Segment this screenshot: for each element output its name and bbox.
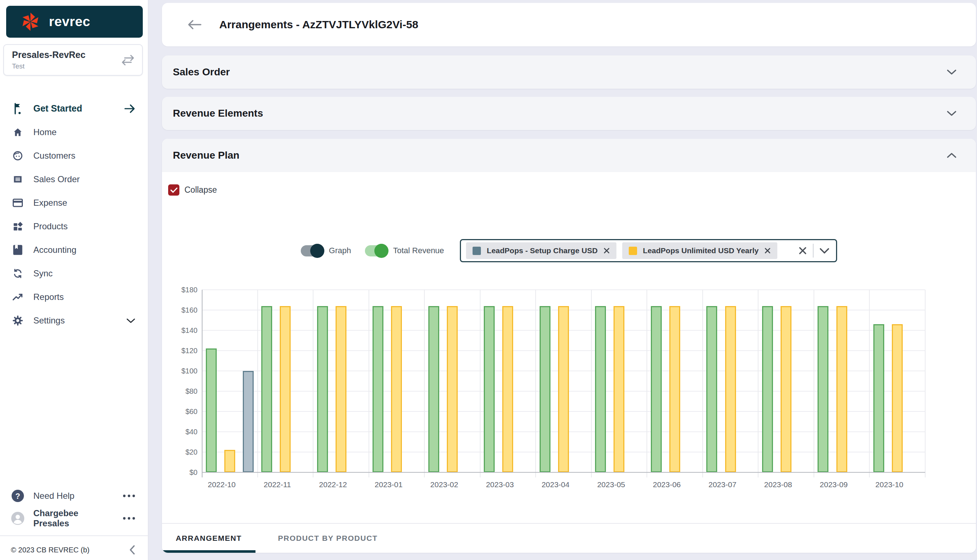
flag-icon <box>11 103 25 115</box>
graph-toggle[interactable] <box>301 245 323 257</box>
bar[interactable] <box>539 306 551 472</box>
bar-slot <box>276 290 295 472</box>
sidebar-item-label: Expense <box>33 198 67 208</box>
bar[interactable] <box>206 348 217 472</box>
bar[interactable] <box>336 306 346 472</box>
sidebar: revrec Presales-RevRec Test Get Started <box>0 0 149 560</box>
bar-slot <box>424 290 443 472</box>
brand-logo[interactable]: revrec <box>6 6 143 38</box>
bar[interactable] <box>317 306 328 472</box>
back-arrow-icon[interactable] <box>187 19 202 30</box>
bar[interactable] <box>447 306 458 472</box>
sidebar-item-home[interactable]: Home <box>0 120 148 144</box>
bar[interactable] <box>873 324 884 472</box>
tab-product-by-product[interactable]: PRODUCT BY PRODUCT <box>256 524 400 553</box>
bar-group <box>869 290 925 472</box>
sidebar-item-accounting[interactable]: Accounting <box>0 238 148 262</box>
bar-slot <box>220 290 239 472</box>
bar-slot <box>499 290 517 472</box>
bar-slot <box>332 290 350 472</box>
bar[interactable] <box>837 306 847 472</box>
bar-slot <box>313 290 332 472</box>
x-tick-label: 2023-01 <box>361 472 417 493</box>
bottom-tabs: ARRANGEMENT PRODUCT BY PRODUCT <box>162 523 976 553</box>
sidebar-item-customers[interactable]: Customers <box>0 144 148 167</box>
sidebar-item-expense[interactable]: Expense <box>0 191 148 215</box>
sidebar-item-label: Sync <box>33 268 53 278</box>
bar[interactable] <box>502 306 513 472</box>
chevron-up-icon[interactable] <box>946 152 957 159</box>
bar[interactable] <box>224 450 235 472</box>
x-tick-label: 2023-08 <box>750 472 806 493</box>
page-title: Arrangements - AzZTVJTLYVklG2Vi-58 <box>219 18 418 31</box>
product-filter-select[interactable]: LeadPops - Setup Charge USD LeadPops Unl… <box>460 239 837 262</box>
bar-slot <box>369 290 387 472</box>
swap-arrows-icon[interactable] <box>122 55 134 65</box>
more-dots-icon[interactable] <box>122 494 135 498</box>
chevron-down-icon[interactable] <box>126 318 135 323</box>
collapse-sidebar-icon[interactable] <box>129 545 135 555</box>
bar[interactable] <box>280 306 291 472</box>
x-tick-label: 2023-06 <box>639 472 695 493</box>
customers-icon <box>11 150 25 161</box>
user-account-item[interactable]: Chargebee Presales <box>0 507 148 530</box>
series-swatch-setup-charge <box>473 247 481 255</box>
arrow-right-icon[interactable] <box>124 103 135 114</box>
sidebar-item-products[interactable]: Products <box>0 215 148 238</box>
sidebar-item-label: Accounting <box>33 245 77 255</box>
bar[interactable] <box>372 306 383 472</box>
bar-groups <box>202 290 925 472</box>
bar[interactable] <box>613 306 625 472</box>
clear-all-icon[interactable] <box>798 246 807 255</box>
bar[interactable] <box>651 306 662 472</box>
workspace-switcher[interactable]: Presales-RevRec Test <box>3 44 143 76</box>
bar[interactable] <box>243 371 254 472</box>
sidebar-item-settings[interactable]: Settings <box>0 308 148 332</box>
bar-group <box>758 290 814 472</box>
dropdown-chevron-icon[interactable] <box>819 248 830 254</box>
need-help-item[interactable]: ? Need Help <box>0 485 148 507</box>
sidebar-item-sales-order[interactable]: Sales Order <box>0 167 148 191</box>
bar-slot <box>480 290 499 472</box>
collapse-checkbox[interactable] <box>168 184 179 196</box>
need-help-label: Need Help <box>33 491 74 501</box>
bar-slot <box>703 290 721 472</box>
tab-label: PRODUCT BY PRODUCT <box>278 534 377 543</box>
chevron-down-icon[interactable] <box>946 110 957 117</box>
tab-arrangement[interactable]: ARRANGEMENT <box>162 524 256 553</box>
bar-slot <box>647 290 665 472</box>
bar-slot <box>888 290 907 472</box>
bar[interactable] <box>558 306 569 472</box>
bar-slot <box>832 290 851 472</box>
bar-group <box>369 290 425 472</box>
bar[interactable] <box>781 306 792 472</box>
bar[interactable] <box>818 306 828 472</box>
bar[interactable] <box>762 306 773 472</box>
bar[interactable] <box>706 306 717 472</box>
chip-label: LeadPops Unlimited USD Yearly <box>643 246 758 255</box>
bar[interactable] <box>892 324 903 472</box>
chip-remove-icon[interactable] <box>764 247 771 254</box>
bar[interactable] <box>725 306 736 472</box>
chip-remove-icon[interactable] <box>603 247 610 254</box>
bar[interactable] <box>484 306 495 472</box>
sidebar-item-reports[interactable]: Reports <box>0 285 148 308</box>
y-tick-label: $180 <box>182 286 198 294</box>
bar[interactable] <box>669 306 680 472</box>
bar[interactable] <box>261 306 272 472</box>
more-dots-icon[interactable] <box>122 517 135 520</box>
bar[interactable] <box>428 306 439 472</box>
filter-chip: LeadPops Unlimited USD Yearly <box>622 242 777 259</box>
filter-chip: LeadPops - Setup Charge USD <box>466 242 616 259</box>
sidebar-item-label: Sales Order <box>33 174 80 184</box>
section-revenue-elements[interactable]: Revenue Elements <box>162 97 976 130</box>
sidebar-item-sync[interactable]: Sync <box>0 262 148 285</box>
bar[interactable] <box>391 306 402 472</box>
revenue-plan-header[interactable]: Revenue Plan <box>162 139 976 172</box>
section-sales-order[interactable]: Sales Order <box>162 55 976 89</box>
total-revenue-toggle[interactable] <box>365 245 387 257</box>
products-icon <box>11 221 25 232</box>
chevron-down-icon[interactable] <box>946 69 957 75</box>
sidebar-item-get-started[interactable]: Get Started <box>0 97 148 120</box>
bar[interactable] <box>595 306 606 472</box>
